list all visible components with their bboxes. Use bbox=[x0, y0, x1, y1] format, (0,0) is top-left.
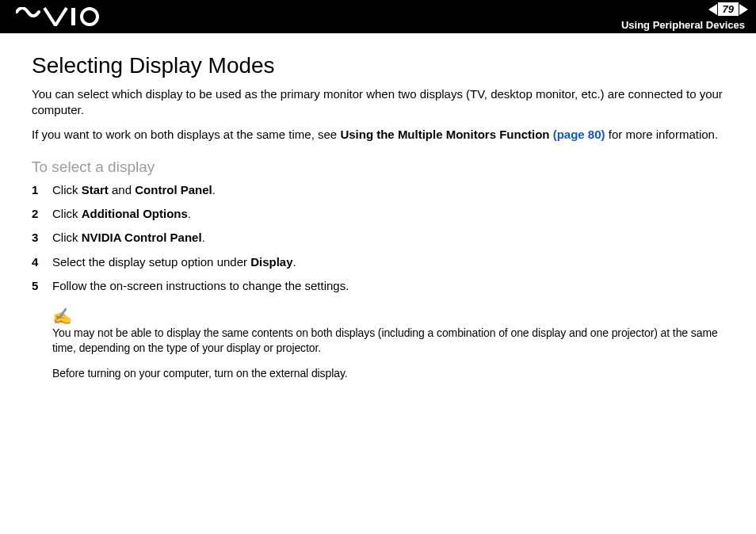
page-navigator: 79 bbox=[708, 2, 748, 16]
intro-text: If you want to work on both displays at … bbox=[32, 128, 340, 141]
intro-paragraph-1: You can select which display to be used … bbox=[32, 86, 724, 119]
step-number: 4 bbox=[32, 254, 52, 270]
page-link[interactable]: (page 80) bbox=[553, 128, 605, 141]
page-content: Selecting Display Modes You can select w… bbox=[0, 33, 756, 395]
step-text: Click NVIDIA Control Panel. bbox=[52, 230, 205, 246]
note-block: ✍ You may not be able to display the sam… bbox=[52, 307, 724, 380]
svg-rect-0 bbox=[71, 8, 75, 25]
step-text: Select the display setup option under Di… bbox=[52, 254, 296, 270]
intro-text-tail: for more information. bbox=[605, 128, 719, 141]
steps-list: 1 Click Start and Control Panel. 2 Click… bbox=[32, 182, 724, 294]
step-text: Click Additional Options. bbox=[52, 206, 191, 222]
step-text: Follow the on-screen instructions to cha… bbox=[52, 278, 349, 294]
procedure-subtitle: To select a display bbox=[32, 158, 724, 176]
page-number: 79 bbox=[718, 2, 739, 16]
xref-title: Using the Multiple Monitors Function bbox=[340, 128, 552, 141]
step-item: 4 Select the display setup option under … bbox=[32, 254, 724, 270]
step-text: Click Start and Control Panel. bbox=[52, 182, 216, 198]
next-page-icon[interactable] bbox=[739, 4, 748, 15]
header-bar: 79 Using Peripheral Devices bbox=[0, 0, 756, 33]
prev-page-icon[interactable] bbox=[708, 4, 717, 15]
intro-paragraph-2: If you want to work on both displays at … bbox=[32, 127, 724, 143]
vaio-logo bbox=[16, 7, 103, 26]
step-number: 1 bbox=[32, 182, 52, 198]
step-item: 3 Click NVIDIA Control Panel. bbox=[32, 230, 724, 246]
step-item: 2 Click Additional Options. bbox=[32, 206, 724, 222]
step-item: 1 Click Start and Control Panel. bbox=[32, 182, 724, 198]
section-title: Using Peripheral Devices bbox=[621, 17, 748, 31]
note-icon: ✍ bbox=[52, 307, 724, 326]
note-text-1: You may not be able to display the same … bbox=[52, 326, 724, 356]
step-number: 3 bbox=[32, 230, 52, 246]
note-text-2: Before turning on your computer, turn on… bbox=[52, 367, 724, 380]
header-right: 79 Using Peripheral Devices bbox=[621, 2, 748, 31]
step-number: 5 bbox=[32, 278, 52, 294]
svg-point-1 bbox=[82, 9, 97, 25]
step-number: 2 bbox=[32, 206, 52, 222]
step-item: 5 Follow the on-screen instructions to c… bbox=[32, 278, 724, 294]
page-title: Selecting Display Modes bbox=[32, 53, 724, 78]
